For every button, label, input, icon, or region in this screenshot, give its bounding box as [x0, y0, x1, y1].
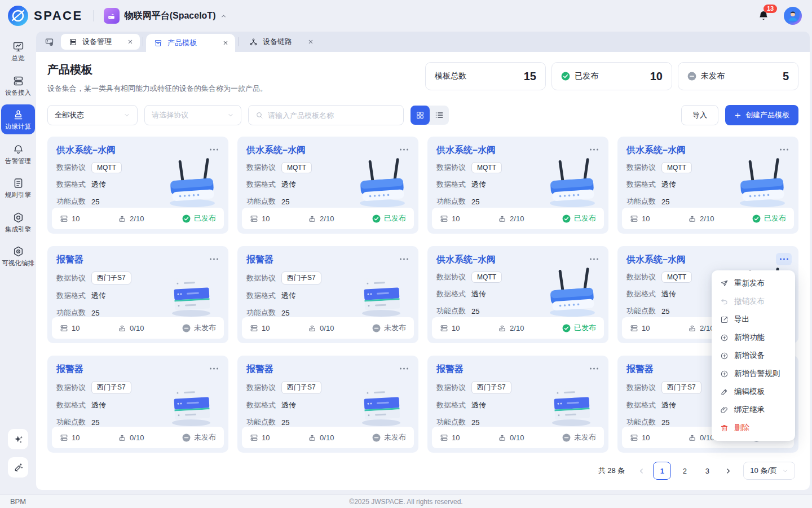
status-select[interactable]: 全部状态 — [47, 105, 138, 125]
format-value: 透传 — [281, 179, 296, 190]
create-template-button[interactable]: 创建产品模板 — [725, 105, 798, 125]
tab-product-template[interactable]: 产品模板 — [146, 34, 235, 52]
product-card-title: 报警器 — [56, 364, 220, 375]
search-input[interactable] — [268, 111, 396, 120]
points-label: 功能点数 — [56, 308, 86, 318]
list-view-icon — [435, 111, 444, 120]
card-more-button[interactable] — [396, 362, 412, 375]
menu-item-5[interactable]: 新增告警规则 — [712, 365, 795, 383]
sidebar-item-3[interactable]: 告警管理 — [1, 139, 35, 169]
menu-item-7[interactable]: 绑定继承 — [712, 401, 795, 419]
format-value: 透传 — [661, 289, 676, 299]
menu-item-0[interactable]: 重新发布 — [712, 274, 795, 292]
sidebar-tool-0[interactable] — [8, 429, 28, 449]
gateway-count: 0/10 — [498, 433, 524, 442]
brand[interactable]: SPACE — [8, 6, 83, 26]
status-badge: 已发布 — [182, 213, 216, 224]
status-badge: 已发布 — [562, 323, 596, 333]
product-card[interactable]: 供水系统–水阀 数据协议 MQTT 数据格式 透传 功能点数 25 10 2/1… — [427, 246, 608, 343]
sidebar-item-2[interactable]: 边缘计算 — [1, 104, 35, 134]
tab-label: 设备管理 — [82, 37, 122, 47]
page-footer: BPM ©2025 JWSPACE. All rights reserved. — [0, 494, 812, 508]
more-dots-icon — [399, 367, 409, 370]
add-circle-icon — [720, 334, 729, 342]
card-footer: 10 0/10 未发布 — [432, 427, 604, 448]
card-more-button[interactable] — [586, 143, 602, 156]
close-icon[interactable] — [223, 40, 228, 46]
app-switcher[interactable]: 物联网平台(SpaceIoT) — [104, 8, 227, 24]
points-label: 功能点数 — [626, 306, 656, 316]
points-value: 25 — [471, 198, 479, 206]
sidebar-item-label: 总览 — [12, 55, 25, 62]
menu-item-4[interactable]: 新增设备 — [712, 347, 795, 365]
notification-bell[interactable]: 13 — [758, 10, 769, 21]
sidebar-item-label: 规则引擎 — [5, 192, 31, 199]
plus-icon — [734, 112, 742, 119]
product-card[interactable]: 报警器 数据协议 西门子S7 数据格式 透传 功能点数 25 10 0/10 — [47, 356, 228, 453]
gateway-count-value: 0/10 — [510, 433, 524, 442]
sidebar-item-4[interactable]: 规则引擎 — [1, 173, 35, 203]
grid-view-button[interactable] — [411, 106, 430, 125]
status-badge: 未发布 — [562, 432, 596, 443]
sidebar-item-1[interactable]: 设备接入 — [1, 71, 35, 100]
user-avatar[interactable] — [784, 7, 802, 25]
card-more-button[interactable] — [206, 362, 222, 375]
product-card[interactable]: 报警器 数据协议 西门子S7 数据格式 透传 功能点数 25 10 0/10 — [427, 356, 608, 453]
product-card-title: 供水系统–水阀 — [436, 254, 601, 266]
card-more-button[interactable] — [586, 253, 602, 265]
iot-app-icon — [104, 8, 120, 24]
card-more-button[interactable] — [776, 143, 792, 156]
prev-page-button[interactable] — [634, 462, 648, 480]
server-mini-icon — [250, 433, 258, 442]
product-card[interactable]: 报警器 数据协议 西门子S7 数据格式 透传 功能点数 25 10 0/10 — [237, 246, 418, 343]
page-button-3[interactable]: 3 — [698, 462, 716, 480]
import-button[interactable]: 导入 — [681, 105, 718, 125]
product-card[interactable]: 供水系统–水阀 数据协议 MQTT 数据格式 透传 功能点数 25 10 2/1… — [47, 137, 228, 234]
device-count-value: 10 — [72, 214, 80, 223]
page-button-2[interactable]: 2 — [676, 462, 694, 480]
device-count-value: 10 — [642, 214, 650, 223]
status-label: 已发布 — [574, 213, 596, 224]
card-more-button[interactable] — [586, 362, 602, 375]
card-more-button[interactable] — [206, 143, 222, 156]
card-more-button[interactable] — [396, 253, 412, 265]
menu-item-8[interactable]: 删除 — [712, 419, 795, 437]
protocol-select[interactable]: 请选择协议 — [144, 105, 241, 125]
page-button-1[interactable]: 1 — [653, 462, 671, 480]
close-icon[interactable] — [308, 39, 314, 45]
republish-icon — [720, 279, 729, 288]
menu-item-1[interactable]: 撤销发布 — [712, 292, 795, 310]
card-more-button[interactable] — [206, 253, 222, 265]
gateway-mini-icon — [688, 214, 696, 223]
product-card[interactable]: 报警器 数据协议 西门子S7 数据格式 透传 功能点数 25 10 0/10 — [237, 356, 418, 453]
more-dots-icon — [589, 367, 599, 370]
format-label: 数据格式 — [246, 179, 276, 190]
menu-item-3[interactable]: 新增功能 — [712, 329, 795, 347]
stat-value: 5 — [783, 70, 789, 83]
next-page-button[interactable] — [721, 462, 735, 480]
sidebar-item-5[interactable]: 集成引擎 — [1, 207, 35, 237]
menu-item-6[interactable]: 编辑模板 — [712, 383, 795, 401]
product-card[interactable]: 报警器 数据协议 西门子S7 数据格式 透传 功能点数 25 10 0/10 — [47, 246, 228, 343]
menu-item-2[interactable]: 导出 — [712, 310, 795, 329]
product-card[interactable]: 供水系统–水阀 数据协议 MQTT 数据格式 透传 功能点数 25 10 2/1… — [427, 137, 608, 234]
card-more-button[interactable] — [396, 143, 412, 156]
page-size-select[interactable]: 10 条/页 — [743, 462, 795, 480]
tab-device-manage[interactable]: 设备管理 — [61, 34, 140, 50]
product-card-grid: 供水系统–水阀 数据协议 MQTT 数据格式 透传 功能点数 25 10 2/1… — [47, 137, 798, 453]
protocol-label: 数据协议 — [246, 273, 276, 283]
tab-launcher-icon[interactable] — [41, 37, 58, 47]
list-view-button[interactable] — [430, 106, 449, 125]
product-card[interactable]: 供水系统–水阀 数据协议 MQTT 数据格式 透传 功能点数 25 10 2/1… — [237, 137, 418, 234]
sidebar-item-0[interactable]: 总览 — [1, 36, 35, 66]
minus-circle-icon — [182, 433, 191, 442]
close-icon[interactable] — [127, 39, 133, 45]
device-manage-icon — [69, 38, 77, 46]
product-card[interactable]: 供水系统–水阀 数据协议 MQTT 数据格式 透传 功能点数 25 10 2/1… — [617, 137, 798, 234]
sidebar-item-6[interactable]: 可视化编排 — [1, 241, 35, 271]
sidebar-tool-1[interactable] — [8, 457, 28, 478]
card-more-button[interactable] — [776, 253, 792, 265]
card-footer: 10 0/10 未发布 — [52, 317, 224, 339]
gateway-mini-icon — [308, 324, 316, 332]
tab-device-link[interactable]: 设备链路 — [241, 34, 320, 50]
